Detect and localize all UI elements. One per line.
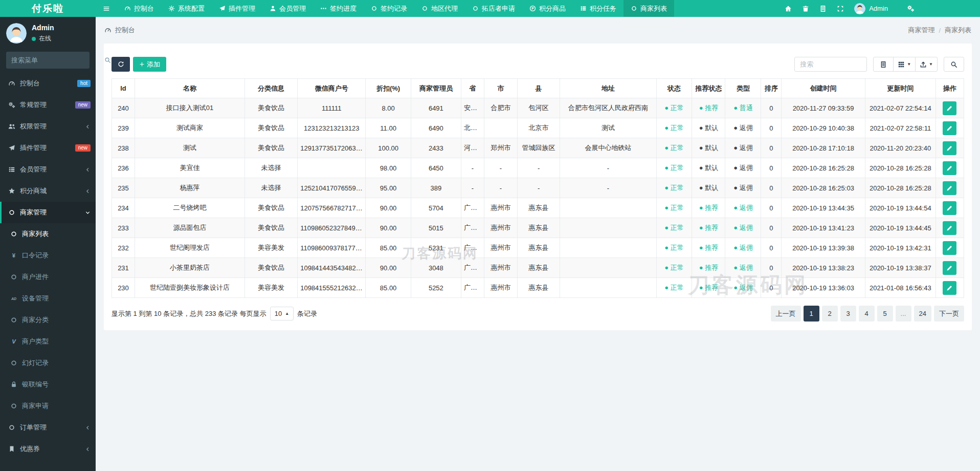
page-5-button[interactable]: 5	[877, 306, 893, 322]
sidebar-item-dashboard[interactable]: 控制台hot	[0, 73, 96, 94]
page-4-button[interactable]: 4	[859, 306, 875, 322]
pencil-icon	[946, 225, 953, 231]
edit-button[interactable]	[943, 161, 956, 175]
sidebar-item-merchant-type[interactable]: V商户类型	[0, 331, 96, 352]
search-button[interactable]	[944, 57, 964, 72]
cell-name: 杨惠萍	[135, 178, 244, 198]
cell-updated_at: 2020-10-28 16:25:28	[865, 178, 936, 198]
col-manager[interactable]: 商家管理员	[411, 79, 461, 98]
col-actions[interactable]: 操作	[936, 79, 964, 98]
edit-button[interactable]	[943, 221, 956, 235]
settings-gears-button[interactable]	[900, 0, 921, 17]
page-prev-button[interactable]: 上一页	[771, 306, 801, 322]
search-icon	[104, 57, 111, 63]
brand-logo[interactable]: 付乐啦	[0, 0, 96, 17]
sidebar-item-unionpay-no[interactable]: 银联编号	[0, 374, 96, 395]
col-discount[interactable]: 折扣(%)	[366, 79, 411, 98]
col-name[interactable]: 名称	[135, 79, 244, 98]
nav-item-sign-record[interactable]: 签约记录	[364, 0, 414, 17]
page-24-button[interactable]: 24	[914, 306, 931, 322]
nav-item-region-agent[interactable]: 地区代理	[414, 0, 465, 17]
nav-item-sign-progress[interactable]: 签约进度	[313, 0, 364, 17]
page-size-select[interactable]: 10 ▲	[270, 307, 294, 320]
add-button[interactable]: 添加	[133, 57, 166, 72]
sidebar-item-merchant-apply[interactable]: 商家申请	[0, 395, 96, 417]
edit-button[interactable]	[943, 261, 956, 275]
nav-item-member-manage[interactable]: 会员管理	[262, 0, 313, 17]
edit-button[interactable]	[943, 121, 956, 135]
docs-button[interactable]	[814, 0, 832, 17]
nav-item-system-config[interactable]: 系统配置	[161, 0, 212, 17]
col-category[interactable]: 分类信息	[244, 79, 297, 98]
paging-switch-button[interactable]	[873, 57, 894, 72]
col-wechat_mch_id[interactable]: 微信商户号	[298, 79, 366, 98]
refresh-button[interactable]	[112, 57, 130, 72]
sidebar-item-general[interactable]: 常规管理new	[0, 94, 96, 116]
page-3-button[interactable]: 3	[840, 306, 856, 322]
page-next-button[interactable]: 下一页	[934, 306, 964, 322]
nav-item-label: 签约记录	[381, 4, 407, 13]
edit-button[interactable]	[943, 281, 956, 295]
page-2-button[interactable]: 2	[822, 306, 838, 322]
col-sort[interactable]: 排序	[761, 79, 782, 98]
table-search-input[interactable]	[794, 57, 867, 72]
sidebar-item-slide-record[interactable]: 幻灯记录	[0, 352, 96, 374]
sidebar-item-merchant-category[interactable]: 商家分类	[0, 309, 96, 331]
col-id[interactable]: Id	[112, 79, 135, 98]
table-row: 235杨惠萍未选择12521041707655987595.00389----●…	[112, 178, 964, 198]
sidebar-item-password-record[interactable]: ¥口令记录	[0, 245, 96, 266]
edit-button[interactable]	[943, 101, 956, 115]
columns-button[interactable]: ▼	[893, 57, 916, 72]
sidebar-item-merchant-list[interactable]: 商家列表	[0, 223, 96, 245]
edit-button[interactable]	[943, 241, 956, 255]
col-county[interactable]: 县	[517, 79, 560, 98]
nav-item-points-goods[interactable]: P积分商品	[522, 0, 573, 17]
cell-discount: 100.00	[366, 138, 411, 158]
export-button[interactable]: ▼	[915, 57, 938, 72]
col-address[interactable]: 地址	[560, 79, 656, 98]
breadcrumb-item[interactable]: 商家管理	[908, 26, 934, 35]
sidebar-search-input[interactable]	[11, 56, 101, 64]
cell-status: ● 正常	[656, 98, 692, 118]
circleo-icon	[10, 273, 17, 281]
edit-button[interactable]	[943, 201, 956, 215]
nav-item-points-task[interactable]: 积分任务	[573, 0, 623, 17]
fullscreen-button[interactable]	[832, 0, 849, 17]
breadcrumb-item[interactable]: 商家列表	[945, 26, 971, 35]
sidebar-item-order[interactable]: 订单管理	[0, 417, 96, 438]
edit-button[interactable]	[943, 141, 956, 155]
home-button[interactable]	[779, 0, 797, 17]
sidebar-item-member[interactable]: 会员管理	[0, 159, 96, 180]
col-updated_at[interactable]: 更新时间	[865, 79, 936, 98]
user-menu[interactable]: Admin	[849, 0, 893, 17]
sidebar-toggle-button[interactable]	[96, 0, 117, 17]
edit-button[interactable]	[943, 181, 956, 195]
nav-item-merchant-list[interactable]: 商家列表	[623, 0, 674, 17]
sidebar-item-merchant-incoming[interactable]: 商户进件	[0, 266, 96, 288]
col-province[interactable]: 省	[461, 79, 484, 98]
page-ellipsis-button[interactable]: ...	[896, 306, 911, 322]
cell-updated_at: 2021-02-07 22:58:11	[865, 118, 936, 138]
cell-id: 240	[112, 98, 135, 118]
nav-item-plugin-manage[interactable]: 插件管理	[212, 0, 262, 17]
sidebar-item-points-mall[interactable]: 积分商城	[0, 180, 96, 202]
col-status[interactable]: 状态	[656, 79, 692, 98]
sidebar-item-device-manage[interactable]: AD设备管理	[0, 288, 96, 309]
table-row: 233源品面包店美食饮品11098605232784998590.005015广…	[112, 218, 964, 238]
nav-item-shop-expander-apply[interactable]: 拓店者申请	[465, 0, 522, 17]
nav-item-dashboard[interactable]: 控制台	[117, 0, 161, 17]
col-type[interactable]: 类型	[725, 79, 761, 98]
page-1-button[interactable]: 1	[804, 306, 819, 322]
sidebar-item-auth[interactable]: 权限管理	[0, 116, 96, 137]
recommend-badge: ● 推荐	[699, 104, 718, 112]
cell-sort: 0	[761, 178, 782, 198]
cell-name: 世纪阁理发店	[135, 238, 244, 258]
col-recommend[interactable]: 推荐状态	[692, 79, 725, 98]
col-city[interactable]: 市	[484, 79, 517, 98]
clear-cache-button[interactable]	[797, 0, 814, 17]
sidebar-item-addon[interactable]: 插件管理new	[0, 137, 96, 159]
sidebar-item-coupon[interactable]: 优惠券	[0, 438, 96, 460]
sidebar-item-merchant[interactable]: 商家管理	[0, 202, 96, 223]
col-created_at[interactable]: 创建时间	[782, 79, 865, 98]
cell-id: 233	[112, 218, 135, 238]
